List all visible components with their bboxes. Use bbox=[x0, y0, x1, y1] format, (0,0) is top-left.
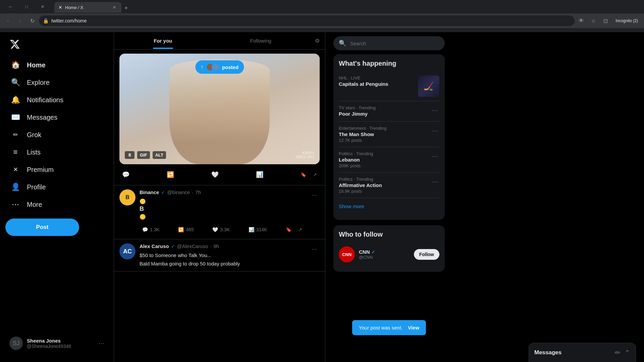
nav-home[interactable]: 🏠 Home bbox=[5, 56, 108, 74]
tab-favicon: ✕ bbox=[58, 5, 62, 10]
trending-item-lebanon[interactable]: Politics · Trending Lebanon 209K posts ⋯ bbox=[339, 147, 439, 173]
avatar-initials: SJ bbox=[12, 340, 19, 347]
incognito-badge[interactable]: Incognito (2) bbox=[612, 17, 641, 24]
close-button[interactable]: ✕ bbox=[35, 1, 50, 12]
binance-avatar[interactable]: B bbox=[119, 189, 136, 205]
tweet-author-name: Binance bbox=[140, 189, 159, 195]
trending-item-man-show-info: Entertainment · Trending The Man Show 12… bbox=[339, 126, 386, 143]
posted-label: posted bbox=[222, 64, 238, 70]
trending-item-poor-jimmy[interactable]: TV stars · Trending Poor Jimmy ⋯ bbox=[339, 101, 439, 122]
binance-share-btn[interactable]: ↗ bbox=[296, 224, 305, 235]
profile-name: Sheena Jones bbox=[27, 338, 94, 344]
forward-button[interactable]: › bbox=[15, 15, 25, 26]
nav-more[interactable]: ⋯ More bbox=[5, 196, 108, 213]
trending-item-nhl[interactable]: NHL · LIVE Capitals at Penguins 🏒 bbox=[339, 71, 439, 101]
who-to-follow-section: Who to follow CNN CNN ✓ @CNN Follow bbox=[333, 225, 445, 272]
tweet-text-emoji2: 🟡 bbox=[140, 213, 305, 220]
poor-jimmy-more-icon[interactable]: ⋯ bbox=[431, 105, 439, 115]
right-sidebar: 🔍 What's happening NHL · LIVE Capitals a… bbox=[325, 32, 453, 362]
trending-item-affirmative-info: Politics · Trending Affirmative Action 1… bbox=[339, 177, 382, 194]
lists-icon: ≡ bbox=[11, 147, 20, 157]
nav-grok-label: Grok bbox=[27, 131, 41, 139]
alex-tweet-more-button[interactable]: ⋯ bbox=[309, 243, 320, 255]
affirmative-more-icon[interactable]: ⋯ bbox=[431, 177, 439, 187]
main-nav: 🏠 Home 🔍 Explore 🔔 Notifications ✉️ Mess… bbox=[5, 56, 108, 213]
new-tab-button[interactable]: + bbox=[121, 3, 131, 13]
share-button[interactable]: ↗ bbox=[310, 169, 320, 180]
man-show-more-icon[interactable]: ⋯ bbox=[431, 126, 439, 136]
tab-bar: ✕ Home / X ✕ + bbox=[52, 1, 133, 13]
sidebar-profile[interactable]: SJ Sheena Jones @SheenaJone49348 ⋯ bbox=[5, 333, 108, 354]
trending-count-man-show: 12.7K posts bbox=[339, 138, 386, 143]
binance-tweet-more-button[interactable]: ⋯ bbox=[309, 189, 320, 201]
search-input-wrap[interactable]: 🔍 bbox=[333, 36, 445, 50]
search-bar-container: 🔍 bbox=[333, 32, 445, 54]
nav-more-label: More bbox=[27, 201, 42, 208]
maximize-button[interactable]: □ bbox=[19, 1, 34, 12]
compose-message-icon[interactable]: ✏ bbox=[615, 349, 621, 357]
nav-notifications[interactable]: 🔔 Notifications bbox=[5, 91, 108, 109]
binance-like-btn[interactable]: 🤍 3.3K bbox=[210, 224, 232, 235]
like-button[interactable]: 🤍 bbox=[209, 168, 221, 181]
minimize-button[interactable]: ─ bbox=[3, 1, 18, 12]
alex-tweet-body: $50 to Someone who Talk You... Bald Mamb… bbox=[140, 252, 305, 267]
bookmark-button[interactable]: 🔖 bbox=[298, 169, 309, 180]
alex-caruso-tweet: AC Alex Caruso ✓ @AlexCaruso · 9h $50 to… bbox=[114, 239, 325, 272]
url-text: twitter.com/home bbox=[51, 18, 87, 23]
cast-icon[interactable]: ⊡ bbox=[600, 15, 611, 26]
binance-views-btn[interactable]: 📊 314K bbox=[246, 224, 270, 235]
retweet-button[interactable]: 🔁 bbox=[164, 168, 177, 181]
star-icon[interactable]: ☆ bbox=[588, 15, 599, 26]
secondary-actions: 🔖 ↗ bbox=[298, 169, 320, 180]
tab-close-button[interactable]: ✕ bbox=[111, 4, 117, 10]
window-controls[interactable]: ─ □ ✕ bbox=[3, 1, 50, 12]
tab-for-you[interactable]: For you bbox=[114, 33, 212, 49]
nav-messages[interactable]: ✉️ Messages bbox=[5, 109, 108, 126]
lebanon-more-icon[interactable]: ⋯ bbox=[431, 151, 439, 161]
collapse-messages-icon[interactable]: ⌃ bbox=[625, 349, 630, 357]
binance-bookmark-btn[interactable]: 🔖 bbox=[283, 224, 294, 235]
binance-retweet-btn[interactable]: 🔁 485 bbox=[175, 224, 196, 235]
trending-item-affirmative-action[interactable]: Politics · Trending Affirmative Action 1… bbox=[339, 173, 439, 198]
nav-premium[interactable]: ✕ Premium bbox=[5, 161, 108, 178]
browser-nav: ‹ › ↻ 🔒 twitter.com/home 👁 ☆ ⊡ Incognito… bbox=[0, 13, 644, 28]
settings-gear-icon[interactable]: ⚙ bbox=[310, 32, 325, 49]
profile-more-icon[interactable]: ⋯ bbox=[98, 340, 104, 347]
reply-button[interactable]: 💬 bbox=[119, 168, 132, 181]
video-container[interactable]: ↑ posted ⏸ GIF ALT Kiehl's SINCE 1851 bbox=[119, 54, 320, 164]
nav-grok[interactable]: ✏ Grok bbox=[5, 126, 108, 143]
nav-lists[interactable]: ≡ Lists bbox=[5, 143, 108, 161]
alex-tweet-header: AC Alex Caruso ✓ @AlexCaruso · 9h $50 to… bbox=[119, 243, 320, 267]
nav-profile[interactable]: 👤 Profile bbox=[5, 178, 108, 196]
posted-avatars bbox=[206, 63, 219, 71]
follow-cnn-button[interactable]: Follow bbox=[414, 249, 439, 260]
nav-explore[interactable]: 🔍 Explore bbox=[5, 74, 108, 91]
heart-icon: 🤍 bbox=[211, 171, 219, 178]
pause-button[interactable]: ⏸ bbox=[125, 151, 135, 159]
alex-avatar[interactable]: AC bbox=[119, 243, 136, 259]
trending-item-poor-jimmy-info: TV stars · Trending Poor Jimmy bbox=[339, 105, 376, 117]
video-controls[interactable]: ⏸ GIF ALT bbox=[125, 151, 166, 159]
notifications-icon: 🔔 bbox=[11, 95, 20, 105]
retweet-icon: 🔁 bbox=[167, 171, 174, 178]
x-logo[interactable] bbox=[5, 35, 108, 55]
views-button[interactable]: 📊 bbox=[253, 168, 266, 181]
trending-item-man-show[interactable]: Entertainment · Trending The Man Show 12… bbox=[339, 122, 439, 147]
nav-messages-label: Messages bbox=[27, 114, 57, 121]
back-button[interactable]: ‹ bbox=[3, 15, 13, 26]
tab-following[interactable]: Following bbox=[212, 33, 310, 49]
active-tab[interactable]: ✕ Home / X ✕ bbox=[54, 2, 121, 13]
binance-reply-btn[interactable]: 💬 1.3K bbox=[140, 224, 162, 235]
alex-verified-icon: ✓ bbox=[171, 244, 175, 249]
messages-footer[interactable]: Messages ✏ ⌃ bbox=[529, 343, 636, 362]
reload-button[interactable]: ↻ bbox=[27, 15, 38, 26]
post-button[interactable]: Post bbox=[5, 219, 79, 236]
address-bar[interactable]: 🔒 twitter.com/home bbox=[39, 15, 575, 26]
kiehls-watermark: Kiehl's SINCE 1851 bbox=[296, 150, 314, 159]
search-input[interactable] bbox=[350, 41, 439, 46]
alex-tweet-content: Alex Caruso ✓ @AlexCaruso · 9h $50 to So… bbox=[140, 243, 305, 267]
nav-lists-label: Lists bbox=[27, 148, 41, 156]
messages-footer-title: Messages bbox=[534, 349, 611, 356]
toast-view-link[interactable]: View bbox=[408, 325, 419, 330]
show-more-link[interactable]: Show more bbox=[339, 198, 439, 215]
